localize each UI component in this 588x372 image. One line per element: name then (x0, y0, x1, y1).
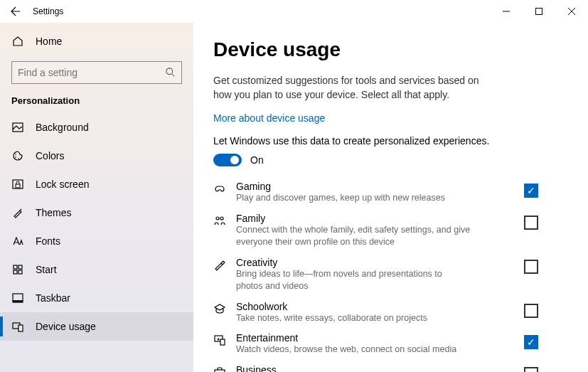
palette-icon (11, 150, 24, 161)
schoolwork-icon (213, 301, 226, 315)
back-button[interactable] (0, 0, 31, 23)
usage-desc: Take notes, write essays, collaborate on… (236, 312, 471, 324)
sidebar-item-label: Colors (36, 150, 64, 161)
usage-checkbox-entertainment[interactable]: ✓ (524, 335, 538, 349)
usage-item-business[interactable]: Business Track expenses, manage customer… (213, 361, 560, 372)
svg-rect-0 (536, 9, 542, 15)
settings-window: Settings Home Personalization (0, 0, 588, 372)
sidebar: Home Personalization Background Colors L… (0, 23, 193, 372)
sidebar-section-label: Personalization (0, 92, 193, 113)
toggle-label: On (250, 154, 264, 166)
business-icon (213, 364, 226, 372)
sidebar-item-label: Lock screen (36, 179, 89, 190)
sidebar-item-label: Background (36, 122, 89, 133)
maximize-icon (535, 8, 542, 15)
svg-rect-8 (14, 265, 17, 269)
app-title: Settings (31, 6, 63, 16)
page-subtext: Let Windows use this data to create pers… (213, 135, 560, 147)
creativity-icon (213, 257, 226, 271)
svg-point-3 (15, 154, 16, 155)
usage-title: Gaming (236, 181, 471, 192)
start-icon (11, 264, 24, 275)
usage-checkbox-business[interactable] (524, 367, 538, 372)
sidebar-home[interactable]: Home (0, 27, 193, 55)
sidebar-item-start[interactable]: Start (0, 255, 193, 284)
usage-checkbox-family[interactable] (524, 216, 538, 230)
fonts-icon (11, 235, 24, 247)
svg-rect-11 (18, 270, 22, 274)
titlebar: Settings (0, 0, 588, 23)
svg-point-1 (166, 68, 173, 75)
sidebar-item-label: Start (36, 264, 57, 275)
search-box[interactable] (11, 61, 182, 84)
usage-checkbox-gaming[interactable]: ✓ (524, 184, 538, 198)
page-description: Get customized suggestions for tools and… (213, 74, 498, 102)
taskbar-icon (11, 292, 24, 304)
usage-item-schoolwork[interactable]: Schoolwork Take notes, write essays, col… (213, 298, 560, 327)
picture-icon (11, 122, 24, 133)
sidebar-item-themes[interactable]: Themes (0, 198, 193, 227)
sidebar-item-background[interactable]: Background (0, 113, 193, 142)
content: Device usage Get customized suggestions … (193, 23, 588, 372)
sidebar-home-label: Home (36, 36, 62, 47)
gaming-icon (213, 181, 226, 195)
usage-item-gaming[interactable]: Gaming Play and discover games, keep up … (213, 178, 560, 207)
toggle-knob (230, 156, 239, 164)
usage-title: Schoolwork (236, 301, 471, 312)
usage-list: Gaming Play and discover games, keep up … (213, 178, 560, 372)
search-input[interactable] (18, 67, 166, 78)
close-button[interactable] (555, 0, 588, 23)
entertainment-icon (213, 332, 226, 346)
lockscreen-icon (11, 179, 24, 190)
maximize-button[interactable] (523, 0, 555, 23)
personalized-toggle[interactable] (213, 154, 242, 166)
svg-rect-15 (18, 325, 23, 331)
family-icon (213, 213, 226, 227)
svg-rect-10 (14, 270, 17, 274)
usage-item-creativity[interactable]: Creativity Bring ideas to life—from nove… (213, 254, 560, 295)
svg-point-4 (15, 156, 16, 158)
device-usage-icon (11, 321, 24, 332)
sidebar-item-lockscreen[interactable]: Lock screen (0, 170, 193, 198)
themes-icon (11, 207, 24, 218)
sidebar-item-label: Device usage (36, 321, 96, 332)
body: Home Personalization Background Colors L… (0, 23, 588, 372)
toggle-row: On (213, 154, 560, 166)
svg-rect-9 (18, 265, 22, 269)
home-icon (11, 36, 24, 47)
usage-title: Entertainment (236, 332, 471, 344)
usage-item-family[interactable]: Family Connect with the whole family, ed… (213, 210, 560, 251)
svg-point-5 (18, 158, 19, 159)
page-title: Device usage (213, 38, 560, 61)
usage-title: Business (236, 364, 471, 372)
usage-desc: Play and discover games, keep up with ne… (236, 192, 471, 204)
minimize-button[interactable] (490, 0, 523, 23)
sidebar-item-device-usage[interactable]: Device usage (0, 312, 193, 341)
sidebar-item-label: Fonts (36, 235, 60, 247)
minimize-icon (503, 8, 510, 15)
close-icon (568, 8, 575, 15)
svg-rect-13 (13, 300, 23, 302)
usage-title: Creativity (236, 257, 471, 268)
svg-rect-19 (220, 339, 225, 345)
search-icon (166, 68, 176, 78)
sidebar-item-fonts[interactable]: Fonts (0, 227, 193, 255)
sidebar-item-taskbar[interactable]: Taskbar (0, 284, 193, 312)
sidebar-item-colors[interactable]: Colors (0, 142, 193, 170)
svg-point-17 (220, 217, 223, 220)
usage-desc: Connect with the whole family, edit safe… (236, 224, 471, 248)
usage-item-entertainment[interactable]: Entertainment Watch videos, browse the w… (213, 329, 560, 358)
svg-point-16 (216, 217, 219, 220)
usage-desc: Watch videos, browse the web, connect on… (236, 344, 471, 356)
usage-checkbox-creativity[interactable] (524, 260, 538, 274)
svg-rect-7 (16, 184, 20, 188)
usage-desc: Bring ideas to life—from novels and pres… (236, 268, 471, 292)
usage-title: Family (236, 213, 471, 224)
more-link[interactable]: More about device usage (213, 112, 325, 124)
arrow-left-icon (10, 6, 21, 17)
usage-checkbox-schoolwork[interactable] (524, 304, 538, 318)
sidebar-item-label: Themes (36, 207, 72, 218)
sidebar-item-label: Taskbar (36, 292, 70, 304)
search-wrap (0, 55, 193, 92)
